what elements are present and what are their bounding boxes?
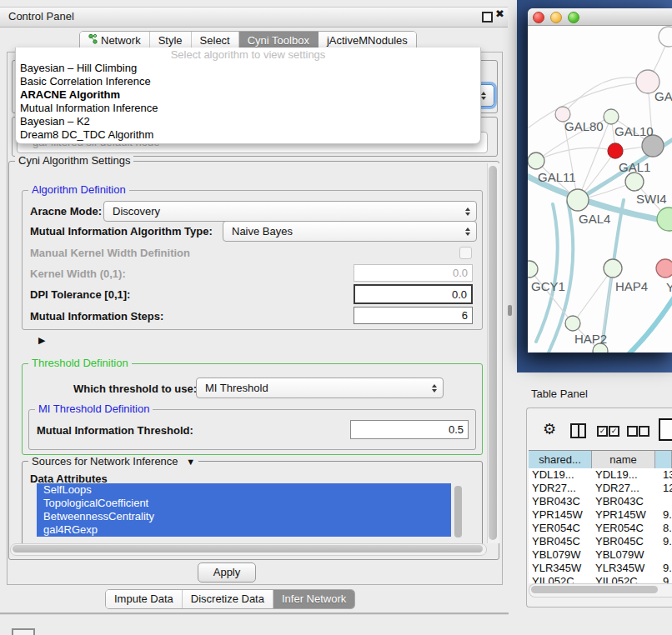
tab-infer-network[interactable]: Infer Network bbox=[273, 590, 354, 608]
close-icon[interactable]: ✖ bbox=[495, 8, 504, 20]
network-window-titlebar[interactable] bbox=[528, 8, 672, 26]
bottom-tab-bar: Impute DataDiscretize DataInfer Network bbox=[105, 589, 355, 609]
table-cell: 9 bbox=[655, 575, 672, 583]
algorithm-option-bayesian-hill-climbing[interactable]: Bayesian – Hill Climbing bbox=[16, 62, 480, 75]
spinner-up-icon bbox=[481, 92, 486, 95]
tab-label: Discretize Data bbox=[191, 590, 264, 608]
float-window-icon[interactable] bbox=[482, 12, 493, 22]
table-cell: YER054C bbox=[592, 522, 655, 535]
checked-checkbox-icon[interactable]: ✓ bbox=[609, 426, 619, 437]
dpi-tolerance-label: DPI Tolerance [0,1]: bbox=[30, 288, 130, 301]
settings-horizontal-scrollbar-thumb[interactable] bbox=[13, 545, 483, 552]
hub-definition-expander[interactable]: ▶ bbox=[30, 333, 45, 346]
tab-label: Infer Network bbox=[282, 590, 346, 608]
table-cell: YDR27... bbox=[529, 482, 592, 495]
kernel-width-label: Kernel Width (0,1): bbox=[30, 268, 126, 280]
panel-splitter-handle[interactable] bbox=[508, 305, 512, 316]
aracne-mode-select[interactable]: Discovery bbox=[103, 201, 477, 222]
file-icon[interactable] bbox=[659, 418, 672, 441]
application-root: Control Panel ✖ NetworkStyleSelectCyni T… bbox=[0, 0, 672, 635]
algorithm-option-basic-correlation-inference[interactable]: Basic Correlation Inference bbox=[16, 75, 480, 88]
aracne-mode-label: Aracne Mode: bbox=[30, 205, 102, 218]
table-cell: YBL079W bbox=[529, 548, 592, 562]
algorithm-option-bayesian-k2[interactable]: Bayesian – K2 bbox=[16, 115, 480, 128]
mi-steps-label: Mutual Information Steps: bbox=[30, 310, 163, 322]
attribute-topologicalcoefficient[interactable]: TopologicalCoefficient bbox=[37, 497, 451, 510]
table-panel-title: Table Panel bbox=[531, 388, 588, 400]
mi-steps-field[interactable] bbox=[354, 307, 473, 324]
gear-icon[interactable]: ⚙ bbox=[543, 420, 556, 438]
manual-kernel-label: Manual Kernel Width Definition bbox=[30, 247, 190, 259]
algorithm-dropdown: Select algorithm to view settings Bayesi… bbox=[15, 48, 481, 144]
table-cell: YIL052C bbox=[529, 575, 592, 583]
collapsed-panel-icon[interactable] bbox=[12, 628, 35, 635]
dpi-tolerance-field[interactable] bbox=[354, 284, 473, 304]
unchecked-checkbox-icon[interactable] bbox=[639, 426, 649, 437]
table-row[interactable]: YBR043CYBR043C bbox=[529, 495, 672, 508]
table-cell: YDR27... bbox=[592, 482, 655, 495]
checked-checkbox-icon[interactable]: ✓ bbox=[597, 426, 608, 437]
column-header-col3[interactable] bbox=[655, 451, 672, 469]
table-row[interactable]: YLR345WYLR345W9. bbox=[529, 562, 672, 575]
table-cell: YDL19... bbox=[529, 468, 592, 482]
columns-icon[interactable] bbox=[570, 423, 586, 438]
node-label-gal11: GAL11 bbox=[538, 170, 576, 184]
mi-algorithm-type-select[interactable]: Naive Bayes bbox=[223, 221, 477, 242]
attribute-betweennesscentrality[interactable]: BetweennessCentrality bbox=[37, 510, 451, 523]
combo-arrows-icon bbox=[465, 208, 470, 216]
column-header-shared[interactable]: shared... bbox=[529, 451, 592, 469]
node-label-gcy1: GCY1 bbox=[531, 279, 565, 293]
table-row[interactable]: YDL19...YDL19...13 bbox=[529, 468, 672, 482]
settings-vertical-scrollbar-thumb[interactable] bbox=[489, 166, 497, 540]
algorithm-option-aracne-algorithm[interactable]: ARACNE Algorithm bbox=[16, 88, 480, 102]
table-cell: 9. bbox=[655, 535, 672, 548]
table-cell: YBR043C bbox=[592, 495, 655, 508]
dropdown-placeholder: Select algorithm to view settings bbox=[16, 48, 480, 62]
table-cell: YLR345W bbox=[592, 562, 655, 575]
control-panel-title: Control Panel bbox=[8, 10, 74, 22]
manual-kernel-checkbox[interactable] bbox=[459, 247, 472, 259]
table-cell: YBR043C bbox=[529, 495, 592, 508]
node-label-gal: GAL bbox=[654, 89, 672, 103]
control-panel-titlebar bbox=[0, 7, 508, 28]
table-row[interactable]: YBR045CYBR045C9. bbox=[529, 535, 672, 548]
algorithm-option-dream8-dc-tdc-algorithm[interactable]: Dream8 DC_TDC Algorithm bbox=[16, 128, 480, 142]
network-window[interactable]: GALGAL80GAL10GAL1GAL11SWI4GAL4GCY1HAP4YH… bbox=[528, 8, 672, 352]
which-threshold-label: Which threshold to use: bbox=[73, 382, 197, 395]
table-horizontal-scrollbar-thumb[interactable] bbox=[531, 586, 658, 593]
which-threshold-select[interactable]: MI Threshold bbox=[196, 378, 444, 398]
tab-impute-data[interactable]: Impute Data bbox=[106, 590, 183, 608]
close-traffic-light-icon[interactable] bbox=[533, 12, 544, 23]
zoom-traffic-light-icon[interactable] bbox=[568, 12, 579, 23]
algorithm-option-mutual-information-inference[interactable]: Mutual Information Inference bbox=[16, 102, 480, 115]
apply-button[interactable]: Apply bbox=[198, 562, 256, 582]
table-row[interactable]: YBL079WYBL079W bbox=[529, 548, 672, 562]
table-cell bbox=[655, 548, 672, 562]
tab-discretize-data[interactable]: Discretize Data bbox=[183, 590, 273, 608]
table-body: YDL19...YDL19...13YDR27...YDR27...12YBR0… bbox=[529, 468, 672, 583]
attribute-selfloops[interactable]: SelfLoops bbox=[37, 483, 451, 497]
table-cell: YBR045C bbox=[529, 535, 592, 548]
mi-threshold-label: Mutual Information Threshold: bbox=[37, 424, 193, 437]
node-label-gal80: GAL80 bbox=[564, 119, 604, 133]
mi-threshold-field[interactable] bbox=[350, 420, 469, 439]
minimize-traffic-light-icon[interactable] bbox=[550, 12, 562, 23]
table-cell bbox=[655, 495, 672, 508]
table-row[interactable]: YER054CYER054C8. bbox=[529, 522, 672, 535]
kernel-width-field[interactable] bbox=[354, 264, 473, 282]
attribute-gal4rgexp[interactable]: gal4RGexp bbox=[37, 523, 451, 537]
combo-arrows-icon bbox=[432, 384, 437, 392]
node-label-gal1: GAL1 bbox=[619, 160, 650, 174]
node-label-hap2: HAP2 bbox=[574, 332, 607, 346]
algorithm-dropdown-list: Bayesian – Hill ClimbingBasic Correlatio… bbox=[16, 62, 480, 142]
attributes-scrollbar-thumb[interactable] bbox=[454, 486, 462, 538]
unchecked-checkbox-icon[interactable] bbox=[627, 426, 638, 437]
which-threshold-value: MI Threshold bbox=[197, 382, 268, 394]
table-row[interactable]: YDR27...YDR27...12 bbox=[529, 482, 672, 495]
table-row[interactable]: YPR145WYPR145W9. bbox=[529, 508, 672, 522]
sources-group-title[interactable]: Sources for Network Inference ▼ bbox=[28, 456, 198, 468]
column-header-name[interactable]: name bbox=[592, 451, 655, 469]
table-cell: 9. bbox=[655, 562, 672, 575]
node-label-gal10: GAL10 bbox=[614, 124, 654, 138]
table-row[interactable]: YIL052CYIL052C9 bbox=[529, 575, 672, 583]
